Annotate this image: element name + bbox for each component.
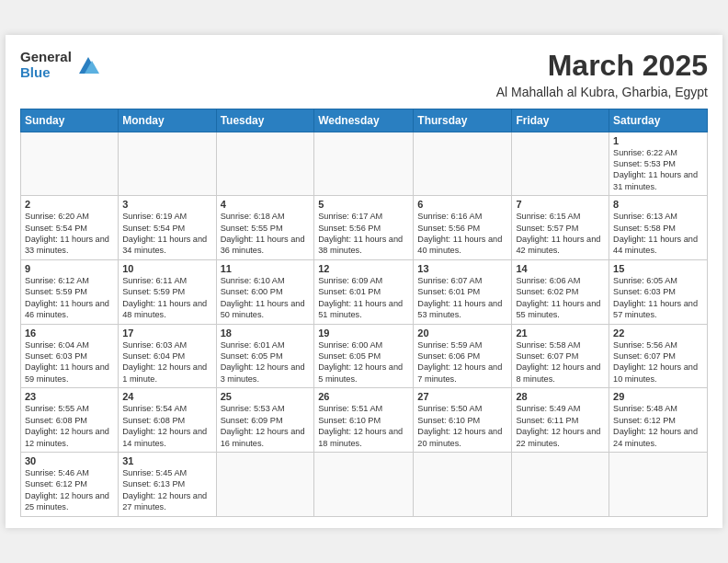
day-info: Sunrise: 6:07 AM Sunset: 6:01 PM Dayligh… — [417, 275, 507, 321]
logo-blue-text: Blue — [20, 65, 72, 81]
week-row-3: 16Sunrise: 6:04 AM Sunset: 6:03 PM Dayli… — [21, 324, 708, 388]
calendar-header-row: SundayMondayTuesdayWednesdayThursdayFrid… — [21, 109, 708, 132]
calendar-container: General Blue March 2025 Al Mahallah al K… — [6, 35, 722, 527]
day-info: Sunrise: 6:12 AM Sunset: 5:59 PM Dayligh… — [25, 275, 114, 321]
day-cell — [119, 132, 216, 196]
week-row-5: 30Sunrise: 5:46 AM Sunset: 6:12 PM Dayli… — [21, 452, 708, 516]
day-cell: 30Sunrise: 5:46 AM Sunset: 6:12 PM Dayli… — [21, 452, 119, 516]
day-cell: 3Sunrise: 6:19 AM Sunset: 5:54 PM Daylig… — [119, 196, 216, 260]
day-info: Sunrise: 6:20 AM Sunset: 5:54 PM Dayligh… — [25, 211, 114, 257]
logo-general-text: General — [20, 50, 72, 65]
day-info: Sunrise: 6:03 AM Sunset: 6:04 PM Dayligh… — [122, 339, 211, 385]
day-number: 14 — [516, 263, 605, 274]
day-cell: 23Sunrise: 5:55 AM Sunset: 6:08 PM Dayli… — [21, 388, 119, 453]
day-number: 19 — [318, 327, 409, 339]
day-cell: 29Sunrise: 5:48 AM Sunset: 6:12 PM Dayli… — [609, 388, 708, 453]
weekday-sunday: Sunday — [21, 109, 119, 132]
day-info: Sunrise: 6:04 AM Sunset: 6:03 PM Dayligh… — [25, 339, 114, 385]
day-cell: 8Sunrise: 6:13 AM Sunset: 5:58 PM Daylig… — [609, 196, 708, 260]
day-number: 22 — [613, 327, 703, 339]
day-number: 10 — [122, 263, 211, 274]
day-cell: 14Sunrise: 6:06 AM Sunset: 6:02 PM Dayli… — [512, 259, 609, 324]
weekday-tuesday: Tuesday — [216, 109, 314, 132]
day-cell — [512, 452, 609, 516]
day-cell — [414, 132, 512, 196]
day-cell: 18Sunrise: 6:01 AM Sunset: 6:05 PM Dayli… — [216, 324, 314, 388]
day-cell: 4Sunrise: 6:18 AM Sunset: 5:55 PM Daylig… — [216, 196, 314, 260]
day-cell: 31Sunrise: 5:45 AM Sunset: 6:13 PM Dayli… — [119, 452, 216, 516]
day-cell — [512, 132, 609, 196]
weekday-thursday: Thursday — [414, 109, 512, 132]
day-cell: 16Sunrise: 6:04 AM Sunset: 6:03 PM Dayli… — [21, 324, 119, 388]
day-number: 7 — [516, 199, 605, 210]
day-cell: 6Sunrise: 6:16 AM Sunset: 5:56 PM Daylig… — [414, 196, 512, 260]
day-number: 31 — [122, 455, 211, 466]
week-row-4: 23Sunrise: 5:55 AM Sunset: 6:08 PM Dayli… — [21, 388, 708, 453]
day-info: Sunrise: 6:15 AM Sunset: 5:57 PM Dayligh… — [516, 211, 605, 257]
day-number: 8 — [613, 199, 703, 210]
day-cell: 10Sunrise: 6:11 AM Sunset: 5:59 PM Dayli… — [119, 259, 216, 324]
day-info: Sunrise: 6:09 AM Sunset: 6:01 PM Dayligh… — [318, 275, 409, 321]
day-cell: 19Sunrise: 6:00 AM Sunset: 6:05 PM Dayli… — [314, 324, 414, 388]
day-info: Sunrise: 6:06 AM Sunset: 6:02 PM Dayligh… — [516, 275, 605, 321]
day-info: Sunrise: 6:00 AM Sunset: 6:05 PM Dayligh… — [318, 339, 409, 385]
day-number: 30 — [25, 455, 114, 466]
day-number: 6 — [417, 199, 507, 210]
day-info: Sunrise: 6:18 AM Sunset: 5:55 PM Dayligh… — [221, 211, 311, 257]
day-info: Sunrise: 5:46 AM Sunset: 6:12 PM Dayligh… — [25, 467, 114, 513]
day-info: Sunrise: 5:56 AM Sunset: 6:07 PM Dayligh… — [613, 339, 703, 385]
day-number: 12 — [318, 263, 409, 274]
day-info: Sunrise: 6:17 AM Sunset: 5:56 PM Dayligh… — [318, 211, 409, 257]
day-number: 25 — [221, 391, 311, 402]
day-cell — [414, 452, 512, 516]
day-cell: 27Sunrise: 5:50 AM Sunset: 6:10 PM Dayli… — [414, 388, 512, 453]
day-number: 28 — [516, 391, 605, 402]
day-cell: 24Sunrise: 5:54 AM Sunset: 6:08 PM Dayli… — [119, 388, 216, 453]
calendar-header: General Blue March 2025 Al Mahallah al K… — [20, 50, 708, 98]
day-cell: 11Sunrise: 6:10 AM Sunset: 6:00 PM Dayli… — [216, 259, 314, 324]
day-cell: 22Sunrise: 5:56 AM Sunset: 6:07 PM Dayli… — [609, 324, 708, 388]
title-section: March 2025 Al Mahallah al Kubra, Gharbia… — [101, 50, 708, 98]
day-info: Sunrise: 5:50 AM Sunset: 6:10 PM Dayligh… — [417, 403, 507, 449]
weekday-friday: Friday — [512, 109, 609, 132]
day-number: 23 — [25, 391, 114, 402]
day-cell: 2Sunrise: 6:20 AM Sunset: 5:54 PM Daylig… — [21, 196, 119, 260]
day-info: Sunrise: 5:48 AM Sunset: 6:12 PM Dayligh… — [613, 403, 703, 449]
day-info: Sunrise: 6:13 AM Sunset: 5:58 PM Dayligh… — [613, 211, 703, 257]
week-row-2: 9Sunrise: 6:12 AM Sunset: 5:59 PM Daylig… — [21, 259, 708, 324]
day-cell: 20Sunrise: 5:59 AM Sunset: 6:06 PM Dayli… — [414, 324, 512, 388]
day-number: 3 — [122, 199, 211, 210]
logo-icon — [75, 53, 101, 79]
calendar-table: SundayMondayTuesdayWednesdayThursdayFrid… — [20, 109, 708, 517]
day-cell — [314, 452, 414, 516]
day-info: Sunrise: 5:54 AM Sunset: 6:08 PM Dayligh… — [122, 403, 211, 449]
day-cell: 5Sunrise: 6:17 AM Sunset: 5:56 PM Daylig… — [314, 196, 414, 260]
day-cell: 21Sunrise: 5:58 AM Sunset: 6:07 PM Dayli… — [512, 324, 609, 388]
day-info: Sunrise: 5:55 AM Sunset: 6:08 PM Dayligh… — [25, 403, 114, 449]
day-info: Sunrise: 5:51 AM Sunset: 6:10 PM Dayligh… — [318, 403, 409, 449]
day-cell — [609, 452, 708, 516]
location-title: Al Mahallah al Kubra, Gharbia, Egypt — [101, 85, 708, 99]
week-row-0: 1Sunrise: 6:22 AM Sunset: 5:53 PM Daylig… — [21, 132, 708, 196]
day-number: 21 — [516, 327, 605, 339]
day-number: 4 — [221, 199, 311, 210]
day-number: 5 — [318, 199, 409, 210]
day-number: 1 — [613, 135, 703, 146]
day-number: 26 — [318, 391, 409, 402]
day-info: Sunrise: 6:19 AM Sunset: 5:54 PM Dayligh… — [122, 211, 211, 257]
logo-text: General Blue — [20, 50, 72, 80]
day-number: 13 — [417, 263, 507, 274]
day-info: Sunrise: 5:59 AM Sunset: 6:06 PM Dayligh… — [417, 339, 507, 385]
day-cell: 15Sunrise: 6:05 AM Sunset: 6:03 PM Dayli… — [609, 259, 708, 324]
day-cell: 13Sunrise: 6:07 AM Sunset: 6:01 PM Dayli… — [414, 259, 512, 324]
day-info: Sunrise: 6:22 AM Sunset: 5:53 PM Dayligh… — [613, 147, 703, 193]
week-row-1: 2Sunrise: 6:20 AM Sunset: 5:54 PM Daylig… — [21, 196, 708, 260]
day-info: Sunrise: 6:10 AM Sunset: 6:00 PM Dayligh… — [221, 275, 311, 321]
day-cell: 9Sunrise: 6:12 AM Sunset: 5:59 PM Daylig… — [21, 259, 119, 324]
logo: General Blue — [20, 50, 101, 80]
day-info: Sunrise: 6:11 AM Sunset: 5:59 PM Dayligh… — [122, 275, 211, 321]
day-info: Sunrise: 6:01 AM Sunset: 6:05 PM Dayligh… — [221, 339, 311, 385]
day-number: 16 — [25, 327, 114, 339]
day-number: 18 — [221, 327, 311, 339]
day-info: Sunrise: 5:45 AM Sunset: 6:13 PM Dayligh… — [122, 467, 211, 513]
